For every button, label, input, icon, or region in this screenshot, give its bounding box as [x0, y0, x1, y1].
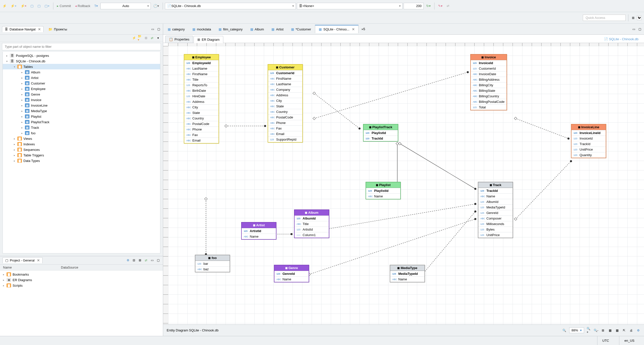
connect-db-icon[interactable]: ⚡	[132, 36, 136, 40]
new-sql-icon[interactable]: ▢+	[43, 3, 51, 9]
maximize-icon[interactable]: ▢	[637, 27, 642, 31]
minimize-icon[interactable]: ▭	[631, 27, 636, 31]
entity-playlist[interactable]: ▦Playlist123PlaylistIdABCName	[366, 182, 401, 199]
new-connection-icon[interactable]: ⚡+	[9, 3, 18, 9]
tree-row-employee[interactable]: ▸▦Employee	[3, 86, 160, 92]
sql-editor-icon[interactable]: ▢	[29, 3, 35, 9]
open-perspective-icon[interactable]: ⊞	[631, 16, 635, 20]
tree-row-data-types[interactable]: ▸▇Data Types	[3, 158, 160, 163]
quick-access-input[interactable]: Quick Access	[583, 15, 626, 21]
properties-tab[interactable]: 📋 Properties	[165, 36, 193, 43]
dbeaver-perspective-icon[interactable]: 🐿	[637, 16, 641, 20]
tree-row-playlisttrack[interactable]: ▸▦PlaylistTrack	[3, 119, 160, 125]
editor-tab-category[interactable]: ▦category	[164, 25, 188, 33]
editor-tab-Artist[interactable]: ▦Artist	[268, 25, 287, 33]
expand-all-icon[interactable]: ⊞	[138, 258, 142, 263]
collapse-icon[interactable]: ⊟	[144, 36, 148, 40]
entity-genre[interactable]: ▦Genre123GenreIdABCName	[274, 265, 309, 282]
er-canvas[interactable]: ▦Employee123EmployeeIdABCLastNameABCFirs…	[163, 43, 644, 336]
tree-row-invoiceline[interactable]: ▸▦InvoiceLine	[3, 103, 160, 108]
tree-row-table-triggers[interactable]: ▸▇Table Triggers	[3, 152, 160, 158]
collapse-all-icon[interactable]: ⊟	[132, 258, 136, 263]
tree-row-indexes[interactable]: ▸▇Indexes	[3, 141, 160, 147]
search-icon[interactable]: 🔍	[562, 328, 567, 333]
tree-row-playlist[interactable]: ▸▦Playlist	[3, 114, 160, 119]
entity-track[interactable]: ▦Track123TrackIdABCName123AlbumId123Medi…	[478, 182, 513, 238]
export-icon[interactable]: ⇱	[622, 328, 626, 333]
minimize-icon[interactable]: ▭	[150, 27, 155, 31]
editor-tab-SQLite-Chinoo-[interactable]: ▦SQLite - Chinoo...✕	[315, 25, 358, 33]
tree-row-mediatype[interactable]: ▸▦MediaType	[3, 108, 160, 114]
entity-invoiceline[interactable]: ▦InvoiceLine123InvoiceLineId123InvoiceId…	[571, 124, 606, 158]
tree-row-genre[interactable]: ▸▦Genre	[3, 92, 160, 97]
tree-row-views[interactable]: ▸▇Views	[3, 136, 160, 141]
new-folder-icon[interactable]: 📁▾	[138, 36, 142, 40]
project-row-bookmarks[interactable]: ▸▇Bookmarks	[0, 272, 163, 277]
editor-tab--Customer[interactable]: ▦*Customer	[288, 25, 314, 33]
zoom-combo[interactable]: 88% ▾	[569, 327, 584, 333]
editor-tab-Album[interactable]: ▦Album	[247, 25, 268, 33]
editor-tab-mockdata[interactable]: ▦mockdata	[189, 25, 214, 33]
timezone-cell[interactable]: UTC	[597, 336, 614, 345]
filter-input[interactable]	[2, 43, 161, 50]
project-tree[interactable]: ▸▇Bookmarks▸⊞ER Diagrams▸▇Scripts	[0, 271, 163, 336]
entity-employee[interactable]: ▦Employee123EmployeeIdABCLastNameABCFirs…	[184, 54, 219, 144]
link-icon[interactable]: ⇄	[445, 3, 451, 9]
database-combo[interactable]: 🗄 <None>	[297, 3, 403, 9]
tree-row-invoice[interactable]: ▸▦Invoice	[3, 97, 160, 103]
connection-combo[interactable]: 📄 SQLite - Chinook.db	[165, 3, 296, 9]
view-menu-icon[interactable]: ▾	[156, 36, 160, 40]
entity-album[interactable]: ▦Album123AlbumIdABCTitle123ArtistId○○○Co…	[294, 209, 329, 238]
disconnect-icon[interactable]: ⚡×	[19, 3, 28, 9]
editor-tab-film_category[interactable]: ▦film_category	[215, 25, 246, 33]
navigator-tree[interactable]: ▸🗄PostgreSQL - postgres▾🗄SQLite - Chinoo…	[3, 52, 160, 253]
connect-icon[interactable]: ⚡	[1, 3, 8, 9]
maximize-icon[interactable]: ▢	[156, 27, 161, 31]
tree-row-track[interactable]: ▸▦Track	[3, 125, 160, 130]
refresh-diagram-icon[interactable]: ▦	[615, 328, 619, 333]
zoom-out-icon[interactable]: 🔍-	[594, 328, 598, 333]
minimize-icon[interactable]: ▭	[150, 258, 154, 263]
tree-row-postgresql-postgres[interactable]: ▸🗄PostgreSQL - postgres	[3, 53, 160, 58]
projects-tab[interactable]: 📁 Проекты	[46, 26, 70, 32]
row-limit-input[interactable]	[404, 3, 424, 9]
maximize-icon[interactable]: ▢	[156, 258, 160, 263]
rollback-button[interactable]: ◂Rollback	[74, 3, 92, 9]
locale-cell[interactable]: en_US	[619, 336, 639, 345]
tree-row-customer[interactable]: ▸▦Customer	[3, 80, 160, 86]
sql-file-icon[interactable]: ▢	[36, 3, 42, 9]
tree-row-foo[interactable]: ▸▦foo	[3, 130, 160, 136]
tree-row-tables[interactable]: ▾▇Tables	[3, 64, 160, 69]
history-icon[interactable]: 🕘▾	[152, 3, 161, 9]
print-icon[interactable]: 🖨	[629, 328, 633, 333]
entity-playlisttrack[interactable]: ▦PlaylistTrack123PlaylistId123TrackId	[363, 124, 398, 142]
config-icon[interactable]: ⚙	[126, 258, 130, 263]
tx-mode-combo[interactable]: Auto	[100, 3, 151, 9]
navigator-tab[interactable]: 🗄 Database Navigat ✕	[2, 26, 44, 32]
project-row-scripts[interactable]: ▸▇Scripts	[0, 283, 163, 288]
stop-icon[interactable]: ✎▾	[437, 3, 444, 9]
entity-customer[interactable]: ▦Customer123CustomerIdABCFirstNameABCLas…	[268, 64, 303, 143]
commit-button[interactable]: ▸Commit	[55, 3, 73, 9]
more-tabs-button[interactable]: »5	[360, 26, 367, 32]
layout-icon[interactable]: ⊞	[601, 328, 605, 333]
project-tab[interactable]: ▢ Project - General ✕	[3, 257, 43, 263]
settings-icon[interactable]: ⚙	[636, 328, 640, 333]
link-editor-icon[interactable]: ⇄	[150, 36, 154, 40]
project-row-er-diagrams[interactable]: ▸⊞ER Diagrams	[0, 277, 163, 283]
tree-row-sqlite-chinook-db[interactable]: ▾🗄SQLite - Chinook.db	[3, 58, 160, 64]
entity-invoice[interactable]: ▦Invoice123InvoiceId123CustomerIdABCInvo…	[470, 54, 507, 110]
close-icon[interactable]: ✕	[37, 258, 40, 262]
entity-mediatype[interactable]: ▦MediaType123MediaTypeIdABCName	[390, 265, 425, 282]
tree-row-album[interactable]: ▸▦Album	[3, 69, 160, 75]
grid-icon[interactable]: ▦	[608, 328, 612, 333]
entity-artist[interactable]: ▦Artist123ArtistIdABCName	[241, 222, 276, 240]
tx-mode-icon[interactable]: T▾	[93, 3, 99, 9]
link-icon[interactable]: ⇄	[144, 258, 148, 263]
zoom-in-icon[interactable]: 🔍+	[587, 328, 591, 333]
close-icon[interactable]: ✕	[38, 27, 41, 31]
entity-foo[interactable]: ▦foo123barABCbaz	[195, 255, 230, 272]
tree-row-artist[interactable]: ▸▦Artist	[3, 75, 160, 80]
refresh-icon[interactable]: ↻▾	[425, 3, 432, 9]
tree-row-sequences[interactable]: ▸▇Sequences	[3, 147, 160, 152]
